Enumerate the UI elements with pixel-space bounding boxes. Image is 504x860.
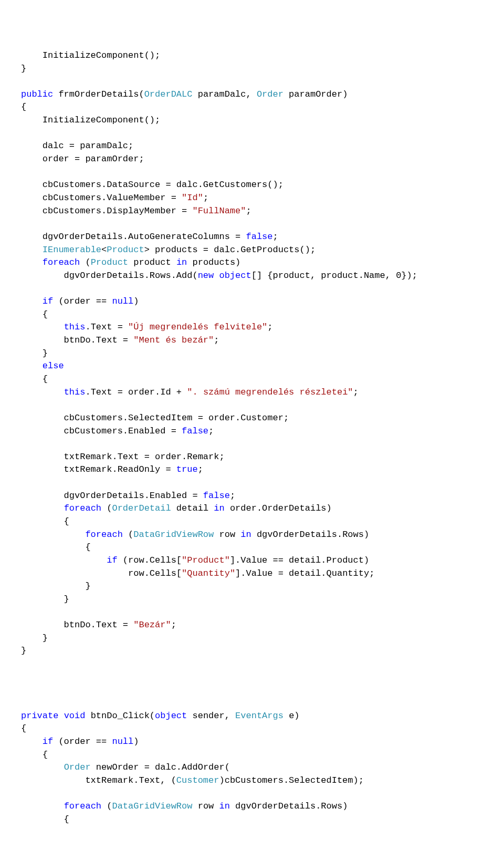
code-token: product (128, 257, 176, 267)
code-token: { (21, 542, 91, 552)
code-token: ; (203, 193, 208, 203)
code-token: [] {product, product.Name, 0}); (251, 271, 417, 281)
code-token: InitializeComponent(); (21, 115, 160, 125)
code-line: foreach (OrderDetail detail in order.Ord… (21, 502, 494, 515)
code-line (21, 399, 494, 412)
code-token: txtRemark.Text, ( (21, 775, 176, 785)
code-token: paramOrder) (284, 89, 348, 99)
code-token: Order (257, 89, 284, 99)
code-line: { (21, 308, 494, 322)
code-token: ) (133, 737, 139, 747)
code-token: dgvOrderDetails.Rows.Add( (21, 271, 198, 281)
code-line: this.Text = "Új megrendelés felvitele"; (21, 321, 494, 334)
code-token (21, 530, 85, 540)
code-line: btnDo.Text = "Bezár"; (21, 619, 494, 632)
code-token: dgvOrderDetails.Rows) (251, 530, 369, 540)
code-token: dgvOrderDetails.Enabled = (21, 491, 203, 501)
code-line: if (row.Cells["Product"].Value == detail… (21, 554, 494, 567)
code-line: cbCustomers.DisplayMember = "FullName"; (21, 205, 494, 218)
code-token: btnDo.Text = (21, 620, 133, 630)
code-token: row (214, 530, 240, 540)
code-token: } (21, 594, 69, 604)
code-token: foreach (64, 503, 101, 513)
code-line: else (21, 360, 494, 373)
code-line: txtRemark.ReadOnly = true; (21, 463, 494, 476)
code-token: "Id" (182, 193, 203, 203)
code-token: sender, (187, 711, 235, 721)
code-token: txtRemark.Text = order.Remark; (21, 452, 225, 462)
code-token: detail (171, 503, 214, 513)
code-line: cbCustomers.DataSource = dalc.GetCustome… (21, 179, 494, 192)
code-token (214, 271, 219, 281)
code-token: cbCustomers.SelectedItem = order.Custome… (21, 413, 289, 423)
code-line: { (21, 722, 494, 735)
code-token: )cbCustomers.SelectedItem); (219, 775, 363, 785)
code-line (21, 217, 494, 231)
code-token: ; (171, 620, 176, 630)
code-token: { (21, 309, 48, 319)
code-line: } (21, 593, 494, 606)
code-token (21, 801, 64, 811)
code-token: (order == (53, 296, 112, 306)
code-token: "Quantity" (182, 568, 235, 578)
code-token: { (21, 516, 69, 526)
code-token: ". számú megrendelés részletei" (187, 387, 353, 397)
code-token: { (21, 723, 26, 733)
code-token (21, 387, 64, 397)
code-token: OrderDALC (144, 89, 193, 99)
code-token: ; (198, 464, 203, 474)
code-token: { (21, 374, 48, 384)
code-line: { (21, 515, 494, 529)
code-token (21, 737, 43, 747)
code-token: null (112, 296, 133, 306)
code-token: ; (246, 206, 251, 216)
code-token: } (21, 581, 91, 591)
code-token (21, 257, 43, 267)
code-line: btnDo.Text = "Ment és bezár"; (21, 334, 494, 347)
code-token: cbCustomers.DisplayMember = (21, 206, 192, 216)
code-token: ) (133, 296, 139, 306)
code-token: { (21, 750, 48, 760)
code-block: InitializeComponent();} public frmOrderD… (21, 49, 494, 826)
code-token: Product (91, 257, 128, 267)
code-token: Product (107, 245, 144, 255)
code-line (21, 606, 494, 619)
code-token: paramDalc, (192, 89, 256, 99)
code-token: EventArgs (235, 711, 284, 721)
code-token: false (246, 232, 272, 242)
code-token: ( (80, 257, 90, 267)
code-line: txtRemark.Text = order.Remark; (21, 451, 494, 464)
code-token: InitializeComponent(); (21, 50, 160, 60)
code-line: } (21, 63, 494, 76)
code-token: btnDo_Click( (85, 711, 155, 721)
code-token: "Bezár" (133, 620, 171, 630)
code-token: } (21, 646, 26, 656)
code-line: dgvOrderDetails.AutoGenerateColumns = fa… (21, 231, 494, 244)
code-line (21, 476, 494, 490)
code-token: dalc = paramDalc; (21, 141, 133, 151)
code-token: in (240, 530, 251, 540)
code-token: in (214, 503, 224, 513)
code-line: { (21, 749, 494, 762)
code-token: order = paramOrder; (21, 154, 144, 164)
code-token: ; (273, 232, 278, 242)
code-line: if (order == null) (21, 735, 494, 749)
code-line: foreach (DataGridViewRow row in dgvOrder… (21, 800, 494, 813)
code-token: object (219, 271, 251, 281)
code-line (21, 282, 494, 295)
code-token: .Text = order.Id + (85, 387, 187, 397)
code-line (21, 438, 494, 451)
code-token: ( (101, 503, 112, 513)
code-token: foreach (43, 257, 80, 267)
code-token: newOrder = dalc.AddOrder( (91, 762, 230, 772)
code-token: new (198, 271, 214, 281)
code-line: { (21, 813, 494, 826)
code-token: "Product" (182, 555, 230, 565)
code-token: dgvOrderDetails.AutoGenerateColumns = (21, 232, 246, 242)
code-line: txtRemark.Text, (Customer)cbCustomers.Se… (21, 774, 494, 788)
code-token: frmOrderDetails( (53, 89, 144, 99)
code-token: .Text = (85, 322, 128, 332)
code-token: "Ment és bezár" (133, 335, 214, 345)
code-token: } (21, 348, 48, 358)
code-line: order = paramOrder; (21, 153, 494, 166)
